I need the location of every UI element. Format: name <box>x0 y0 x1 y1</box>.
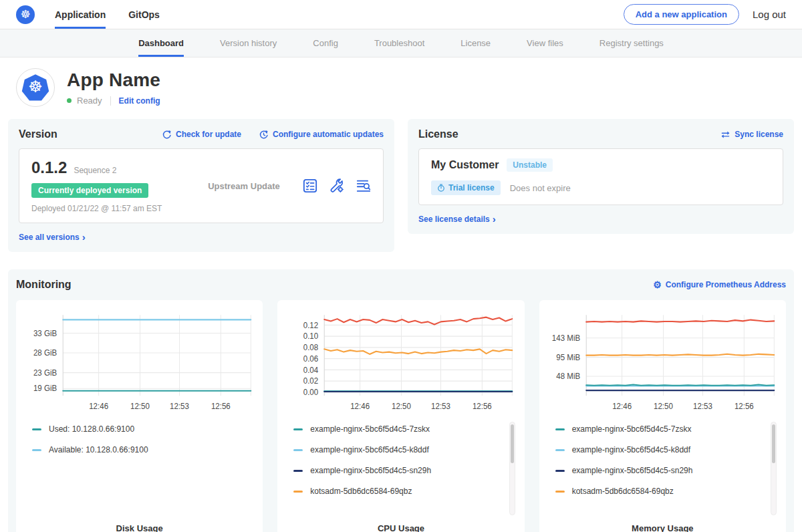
gear-icon: ⚙ <box>653 280 662 289</box>
legend-scrollbar-thumb[interactable] <box>511 424 514 463</box>
tab-view-files[interactable]: View files <box>527 29 563 57</box>
current-version-card: 0.1.2 Sequence 2 Currently deployed vers… <box>19 148 384 223</box>
version-number: 0.1.2 <box>31 158 67 177</box>
nav-item-application[interactable]: Application <box>55 0 106 29</box>
legend-item: example-nginx-5bc6f5d4c5-sn29h <box>293 466 516 475</box>
svg-text:23 GiB: 23 GiB <box>33 368 57 377</box>
cpu-usage-chart: 0.000.020.040.060.080.100.1212:4612:5012… <box>285 309 516 415</box>
tab-config[interactable]: Config <box>313 29 338 57</box>
configure-automatic-updates-link[interactable]: Configure automatic updates <box>259 130 384 140</box>
legend-scrollbar <box>771 422 777 515</box>
top-nav: Application GitOps <box>55 0 160 29</box>
svg-text:12:56: 12:56 <box>734 401 754 410</box>
legend-swatch <box>293 428 303 430</box>
legend-swatch <box>555 470 565 472</box>
chart-title: CPU Usage <box>285 523 516 532</box>
svg-text:143 MiB: 143 MiB <box>551 334 580 342</box>
tab-registry-settings[interactable]: Registry settings <box>599 29 664 57</box>
svg-text:12:50: 12:50 <box>654 401 673 410</box>
svg-text:33 GiB: 33 GiB <box>33 328 57 337</box>
chevron-right-icon: › <box>493 213 496 225</box>
svg-text:12:50: 12:50 <box>130 401 150 410</box>
svg-text:12:53: 12:53 <box>693 401 712 410</box>
tab-dashboard[interactable]: Dashboard <box>138 29 184 57</box>
check-for-update-link[interactable]: Check for update <box>162 130 241 140</box>
svg-text:28 GiB: 28 GiB <box>33 348 57 357</box>
tab-license[interactable]: License <box>460 29 491 57</box>
svg-text:☸: ☸ <box>28 78 42 96</box>
logout-button[interactable]: Log out <box>753 9 786 20</box>
legend-swatch <box>293 491 303 493</box>
svg-text:0.02: 0.02 <box>303 376 318 385</box>
monitoring-panel: Monitoring ⚙ Configure Prometheus Addres… <box>8 269 794 532</box>
svg-text:0.08: 0.08 <box>303 343 319 352</box>
kubernetes-app-icon: ☸ <box>20 72 51 103</box>
app-status: Ready <box>77 96 102 106</box>
svg-text:12:53: 12:53 <box>170 401 189 410</box>
legend-item: kotsadm-5db6dc6584-69qbz <box>293 487 516 496</box>
svg-text:12:56: 12:56 <box>473 401 492 410</box>
channel-badge: Unstable <box>507 158 553 172</box>
chart-title: Memory Usage <box>547 523 778 532</box>
svg-text:12:46: 12:46 <box>89 401 108 410</box>
cpu-usage-chart-card: 0.000.020.040.060.080.100.1212:4612:5012… <box>277 300 524 532</box>
chart-title: Disk Usage <box>24 523 255 532</box>
deployed-version-badge: Currently deployed version <box>31 183 148 198</box>
config-wrench-icon[interactable] <box>329 178 344 193</box>
version-panel-title: Version <box>19 128 57 140</box>
legend-swatch <box>293 449 303 451</box>
disk-usage-chart: 19 GiB23 GiB28 GiB33 GiB12:4612:5012:531… <box>24 309 255 415</box>
legend-item: example-nginx-5bc6f5d4c5-7zskx <box>555 424 778 434</box>
nav-item-gitops[interactable]: GitOps <box>128 0 160 29</box>
legend-swatch <box>555 491 565 493</box>
svg-text:19 GiB: 19 GiB <box>33 384 57 392</box>
top-nav-bar: ☸ Application GitOps Add a new applicati… <box>0 0 802 29</box>
kubernetes-logo-icon: ☸ <box>16 5 35 24</box>
version-panel: Version Check for update Configure au <box>8 119 394 252</box>
preflight-checks-icon[interactable] <box>303 178 317 193</box>
license-panel: License Sync license My Customer Unstabl… <box>408 119 794 234</box>
see-all-versions-link[interactable]: See all versions› <box>19 231 86 243</box>
license-panel-title: License <box>418 128 458 140</box>
divider <box>110 96 111 106</box>
memory-usage-chart: 48 MiB95 MiB143 MiB12:4612:5012:5312:56 <box>547 309 778 415</box>
legend-item: example-nginx-5bc6f5d4c5-sn29h <box>555 466 778 475</box>
svg-text:12:56: 12:56 <box>211 401 231 410</box>
legend-swatch <box>555 449 565 451</box>
legend-item: example-nginx-5bc6f5d4c5-k8ddf <box>555 445 778 454</box>
license-expiry: Does not expire <box>510 183 571 193</box>
see-license-details-link[interactable]: See license details› <box>418 213 496 225</box>
refresh-icon <box>162 130 172 140</box>
app-tab-bar: Dashboard Version history Config Trouble… <box>0 29 802 57</box>
app-header: ☸ App Name Ready Edit config <box>0 57 802 119</box>
chevron-right-icon: › <box>82 231 86 243</box>
deploy-logs-icon[interactable] <box>356 178 371 193</box>
tab-version-history[interactable]: Version history <box>220 29 277 57</box>
legend-item: example-nginx-5bc6f5d4c5-k8ddf <box>293 445 516 454</box>
memory-usage-legend: example-nginx-5bc6f5d4c5-7zskx example-n… <box>547 424 778 523</box>
tab-troubleshoot[interactable]: Troubleshoot <box>374 29 424 57</box>
sync-license-link[interactable]: Sync license <box>720 130 783 139</box>
deployed-date: Deployed 01/21/22 @ 11:57 am EST <box>31 204 185 213</box>
disk-usage-chart-card: 19 GiB23 GiB28 GiB33 GiB12:4612:5012:531… <box>16 300 263 532</box>
version-source: Upstream Update <box>185 181 303 191</box>
legend-item: example-nginx-5bc6f5d4c5-7zskx <box>293 424 516 434</box>
edit-config-link[interactable]: Edit config <box>119 96 160 106</box>
stopwatch-icon <box>437 184 445 192</box>
configure-prometheus-link[interactable]: ⚙ Configure Prometheus Address <box>653 280 786 289</box>
legend-swatch <box>293 470 303 472</box>
customer-name: My Customer <box>431 159 499 171</box>
disk-usage-legend: Used: 10.128.0.66:9100 Available: 10.128… <box>24 424 255 523</box>
app-avatar: ☸ <box>16 68 55 107</box>
sync-arrows-icon <box>720 130 730 139</box>
legend-item: Used: 10.128.0.66:9100 <box>32 424 255 434</box>
svg-text:12:46: 12:46 <box>351 401 370 410</box>
svg-text:12:50: 12:50 <box>392 401 411 410</box>
monitoring-title: Monitoring <box>16 279 72 291</box>
legend-item: Available: 10.128.0.66:9100 <box>32 445 255 454</box>
add-application-button[interactable]: Add a new application <box>624 4 739 25</box>
svg-text:0.06: 0.06 <box>303 354 319 363</box>
status-dot-ready <box>67 98 72 103</box>
cpu-usage-legend: example-nginx-5bc6f5d4c5-7zskx example-n… <box>285 424 516 523</box>
legend-scrollbar-thumb[interactable] <box>772 424 775 463</box>
